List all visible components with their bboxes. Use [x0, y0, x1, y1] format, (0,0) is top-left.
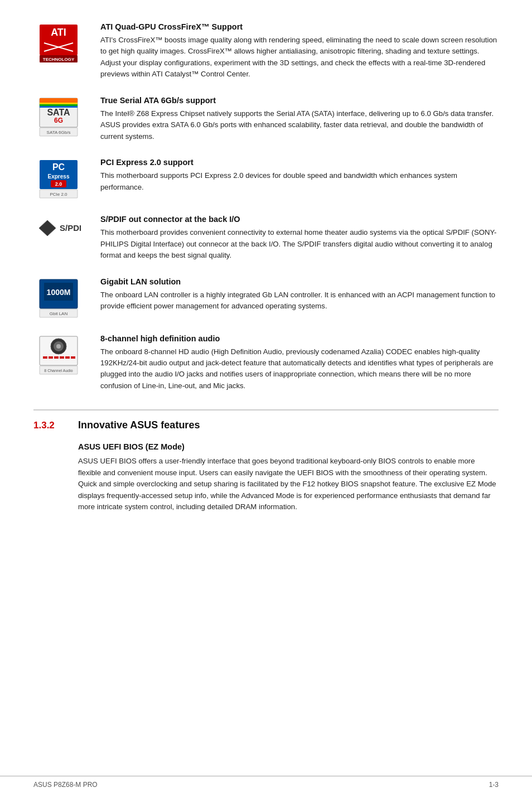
- svg-rect-33: [43, 356, 47, 359]
- uefi-body: ASUS UEFI BIOS offers a user-friendly in…: [78, 456, 499, 513]
- feature-sata: SATA 6G SATA 6Gb/s True Serial ATA 6Gb/s…: [33, 96, 499, 142]
- feature-ati: ATI TECHNOLOGY ATI Quad-GPU CrossFireX™ …: [33, 22, 499, 80]
- feature-lan-title: Gigabit LAN solution: [100, 277, 499, 286]
- spdif-icon-svg: S/PDIF: [36, 216, 81, 240]
- svg-text:SATA: SATA: [47, 108, 70, 117]
- svg-text:S/PDIF: S/PDIF: [60, 223, 81, 233]
- feature-pcie-content: PCI Express 2.0 support This motherboard…: [100, 158, 499, 193]
- feature-spdif-body: This motherboard provides convenient con…: [100, 227, 499, 261]
- feature-ati-title: ATI Quad-GPU CrossFireX™ Support: [100, 22, 499, 31]
- svg-text:SATA 6Gb/s: SATA 6Gb/s: [47, 130, 71, 135]
- svg-rect-8: [40, 103, 78, 104]
- feature-sata-body: The Intel® Z68 Express Chipset natively …: [100, 108, 499, 142]
- feature-ati-content: ATI Quad-GPU CrossFireX™ Support ATI's C…: [100, 22, 499, 80]
- section-header-132: 1.3.2 Innovative ASUS features: [33, 409, 499, 431]
- ati-crossfirex-icon: ATI TECHNOLOGY: [38, 23, 79, 64]
- feature-audio-body: The onboard 8-channel HD audio (High Def…: [100, 346, 499, 392]
- audio-icon-svg: 8 Channel Audio: [38, 335, 79, 375]
- svg-rect-7: [40, 98, 78, 103]
- svg-text:2.0: 2.0: [55, 181, 62, 187]
- feature-sata-title: True Serial ATA 6Gb/s support: [100, 96, 499, 105]
- footer: ASUS P8Z68-M PRO 1-3: [0, 776, 532, 789]
- svg-text:Gbit LAN: Gbit LAN: [50, 311, 68, 316]
- sata-6gb-icon: SATA 6G SATA 6Gb/s: [38, 97, 79, 137]
- svg-text:6G: 6G: [54, 117, 63, 124]
- feature-ati-body: ATI's CrossFireX™ boosts image quality a…: [100, 35, 499, 80]
- feature-pcie: PC Express 2.0 PCIe 2.0 PCI Express 2.0 …: [33, 158, 499, 199]
- subsection-uefi: ASUS UEFI BIOS (EZ Mode) ASUS UEFI BIOS …: [78, 442, 499, 513]
- spdif-icon: S/PDIF: [33, 215, 84, 240]
- svg-rect-35: [54, 356, 59, 359]
- feature-lan: 1000M Gbit LAN Gigabit LAN solution The …: [33, 277, 499, 318]
- footer-left: ASUS P8Z68-M PRO: [33, 781, 98, 789]
- svg-rect-37: [65, 356, 70, 359]
- feature-spdif: S/PDIF S/PDIF out connector at the back …: [33, 215, 499, 261]
- svg-rect-36: [60, 356, 64, 359]
- svg-point-32: [56, 344, 61, 349]
- footer-right: 1-3: [489, 781, 499, 789]
- svg-rect-34: [49, 356, 53, 359]
- sata-icon: SATA 6G SATA 6Gb/s: [33, 96, 84, 137]
- svg-rect-9: [40, 104, 78, 106]
- svg-text:ATI: ATI: [51, 27, 66, 38]
- feature-pcie-title: PCI Express 2.0 support: [100, 158, 499, 167]
- svg-rect-38: [71, 356, 75, 359]
- ati-icon: ATI TECHNOLOGY: [33, 22, 84, 64]
- svg-text:Express: Express: [48, 173, 70, 180]
- section-title: Innovative ASUS features: [78, 419, 200, 431]
- svg-marker-22: [39, 220, 56, 236]
- feature-audio: 8 Channel Audio 8-channel high definitio…: [33, 334, 499, 392]
- feature-sata-content: True Serial ATA 6Gb/s support The Intel®…: [100, 96, 499, 142]
- lan-icon: 1000M Gbit LAN: [33, 277, 84, 318]
- svg-text:1000M: 1000M: [47, 288, 71, 297]
- svg-text:TECHNOLOGY: TECHNOLOGY: [43, 57, 75, 62]
- section-number: 1.3.2: [33, 420, 78, 431]
- page: ATI TECHNOLOGY ATI Quad-GPU CrossFireX™ …: [0, 0, 532, 802]
- audio-icon: 8 Channel Audio: [33, 334, 84, 375]
- gigabit-lan-icon: 1000M Gbit LAN: [38, 278, 79, 318]
- feature-spdif-content: S/PDIF out connector at the back I/O Thi…: [100, 215, 499, 261]
- uefi-title: ASUS UEFI BIOS (EZ Mode): [78, 442, 499, 451]
- pcie-icon: PC Express 2.0 PCIe 2.0: [33, 158, 84, 199]
- feature-lan-body: The onboard LAN controller is a highly i…: [100, 289, 499, 312]
- feature-pcie-body: This motherboard supports PCI Express 2.…: [100, 170, 499, 193]
- svg-text:PC: PC: [52, 162, 65, 172]
- feature-audio-title: 8-channel high definition audio: [100, 334, 499, 343]
- svg-text:8 Channel Audio: 8 Channel Audio: [44, 369, 72, 373]
- feature-audio-content: 8-channel high definition audio The onbo…: [100, 334, 499, 392]
- feature-spdif-title: S/PDIF out connector at the back I/O: [100, 215, 499, 224]
- svg-text:PCIe 2.0: PCIe 2.0: [50, 192, 67, 197]
- pcie-icon-svg: PC Express 2.0 PCIe 2.0: [38, 159, 79, 199]
- feature-lan-content: Gigabit LAN solution The onboard LAN con…: [100, 277, 499, 312]
